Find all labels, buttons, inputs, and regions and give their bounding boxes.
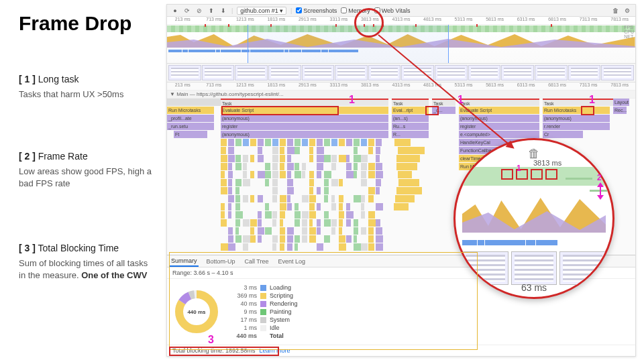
flame-bar[interactable] [280, 203, 286, 210]
screenshot-thumb[interactable] [235, 65, 268, 80]
flame-bar[interactable] [221, 139, 227, 146]
flame-bar[interactable] [339, 219, 343, 227]
flame-bar[interactable] [228, 227, 233, 235]
overview-selection[interactable] [248, 25, 449, 63]
flame-bar[interactable] [339, 139, 345, 146]
flame-bar[interactable] [376, 203, 383, 210]
flame-bar[interactable] [243, 139, 249, 146]
flame-bar[interactable] [317, 243, 323, 251]
flame-bar[interactable] [228, 179, 232, 186]
tab-summary[interactable]: Summary [170, 256, 199, 267]
flame-bar[interactable] [395, 195, 414, 202]
flame-bar[interactable] [368, 171, 375, 178]
flame-bar[interactable] [361, 195, 365, 202]
flame-bar[interactable] [376, 243, 383, 251]
flame-bar[interactable]: Task [392, 99, 429, 106]
flame-bar[interactable] [331, 195, 335, 202]
flame-bar[interactable] [376, 163, 382, 170]
flame-bar[interactable] [376, 179, 381, 186]
trash-icon[interactable]: 🗑 [611, 7, 619, 15]
flame-bar[interactable] [309, 219, 313, 227]
flame-bar[interactable] [287, 171, 291, 178]
flame-bar[interactable] [368, 211, 375, 219]
flame-bar[interactable] [302, 219, 307, 227]
flame-bar[interactable] [354, 163, 358, 170]
flame-bar[interactable] [250, 155, 254, 162]
tbt-learn-more-link[interactable]: Learn more [260, 347, 290, 354]
flame-bar[interactable] [221, 243, 228, 251]
flame-bar[interactable] [287, 179, 293, 186]
flame-bar[interactable] [361, 203, 364, 210]
flame-bar[interactable] [287, 155, 291, 162]
tab-eventlog[interactable]: Event Log [277, 257, 307, 266]
flame-bar[interactable]: Run Microtasks [543, 107, 610, 114]
flame-bar[interactable] [302, 227, 307, 235]
flame-bar[interactable]: (anonymous) [543, 115, 610, 122]
flame-bar[interactable] [368, 163, 375, 170]
flame-bar[interactable] [265, 139, 271, 146]
flame-bar[interactable] [243, 155, 248, 162]
flame-bar[interactable] [287, 195, 290, 202]
flame-bar[interactable] [287, 203, 292, 210]
flame-bar[interactable] [346, 139, 352, 146]
flame-bar[interactable] [228, 147, 234, 154]
flame-bar[interactable] [376, 155, 380, 162]
flame-bar[interactable] [317, 139, 323, 146]
flame-bar[interactable] [235, 227, 239, 235]
flame-bar[interactable] [243, 235, 250, 243]
flame-bar[interactable] [221, 219, 227, 227]
flame-bar[interactable] [280, 163, 284, 170]
load-icon[interactable]: ⬆ [207, 7, 215, 15]
flame-bar[interactable] [287, 163, 294, 170]
flame-bar[interactable] [302, 171, 305, 178]
flame-bar[interactable] [361, 155, 368, 162]
flame-bar[interactable] [265, 211, 272, 219]
flame-bar[interactable] [331, 203, 336, 210]
flame-bar[interactable]: Rec...d [613, 107, 627, 114]
flame-bar[interactable] [235, 139, 241, 146]
flame-bar[interactable] [317, 171, 321, 178]
flame-bar[interactable] [258, 147, 262, 154]
flame-bar[interactable] [294, 243, 298, 251]
flame-bar[interactable]: R... [392, 131, 429, 138]
flame-bar[interactable] [287, 227, 294, 235]
flame-bar[interactable] [250, 195, 254, 202]
flame-bar[interactable] [354, 235, 357, 243]
flame-bar[interactable] [272, 171, 278, 178]
flame-bar[interactable] [228, 139, 234, 146]
flame-bar[interactable] [280, 243, 284, 251]
flame-bar[interactable] [346, 211, 354, 219]
flame-bar[interactable] [228, 203, 231, 210]
flame-bar[interactable] [361, 171, 366, 178]
flame-bar[interactable]: register [221, 123, 388, 130]
flame-bar[interactable] [346, 163, 352, 170]
screenshots-strip[interactable] [167, 64, 635, 82]
flame-bar[interactable] [339, 179, 343, 186]
flame-bar[interactable] [346, 171, 354, 178]
save-icon[interactable]: ⬇ [219, 7, 227, 15]
flame-bar[interactable] [265, 171, 271, 178]
flame-bar[interactable] [324, 219, 331, 227]
flame-bar[interactable] [309, 171, 314, 178]
flame-bar[interactable] [272, 195, 277, 202]
flame-bar[interactable] [346, 219, 351, 227]
flame-bar[interactable] [331, 163, 336, 170]
memory-checkbox[interactable]: Memory [341, 7, 370, 14]
flame-bar[interactable] [280, 227, 285, 235]
flame-bar[interactable] [376, 171, 383, 178]
flame-bar[interactable] [302, 195, 309, 202]
flame-bar[interactable]: Layout [613, 99, 629, 106]
flame-bar[interactable] [258, 219, 262, 227]
flame-bar[interactable] [243, 219, 250, 227]
screenshot-thumb[interactable] [468, 65, 501, 80]
flame-bar[interactable] [324, 211, 329, 219]
flame-bar[interactable] [280, 211, 285, 219]
flame-bar[interactable] [221, 203, 225, 210]
flame-bar[interactable] [272, 243, 276, 251]
flame-bar[interactable] [309, 187, 313, 194]
flame-bar[interactable] [354, 227, 358, 235]
flame-bar[interactable] [354, 243, 361, 251]
flame-bar[interactable] [235, 195, 240, 202]
flame-bar[interactable] [280, 235, 285, 243]
flame-bar[interactable] [309, 235, 316, 243]
